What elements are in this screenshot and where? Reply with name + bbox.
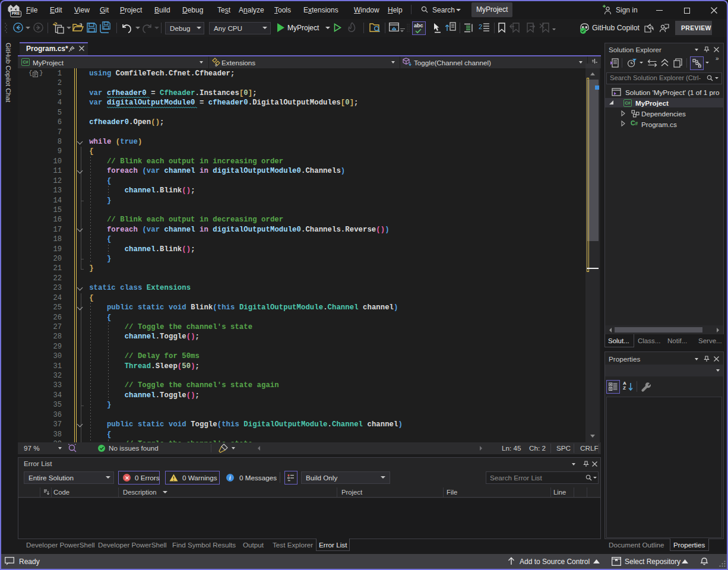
svg-text:2: 2 [479,23,482,30]
